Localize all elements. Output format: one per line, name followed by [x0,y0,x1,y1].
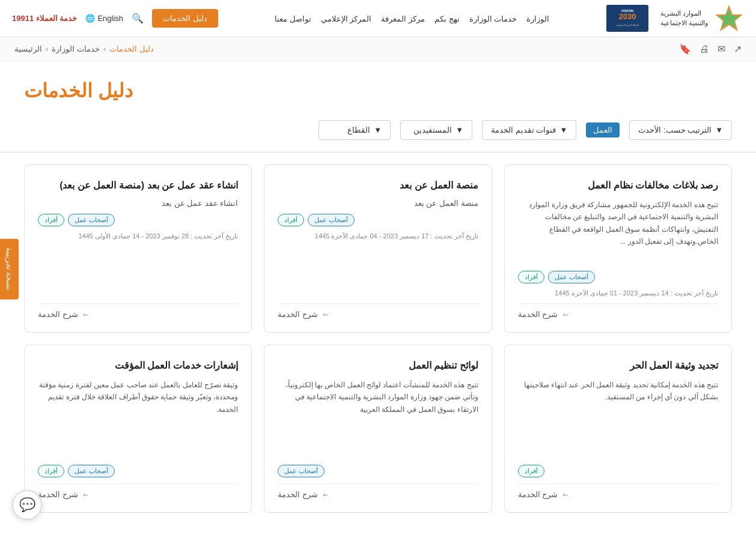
cards-section: رصد بلاغات مخالفات نظام العمل تتيح هذه ا… [0,153,756,537]
active-filter-tag[interactable]: العمل [586,122,620,138]
card-6-tags: أصحاب عمل أفراد [38,465,238,477]
card-3-tags: أصحاب عمل أفراد [38,214,238,226]
card-4: تجديد وثيقة العمل الحر تتيح هذه الخدمة إ… [504,345,732,513]
card-6-desc: وثيقة تصرّح للعامل بالعمل عند صاحب عمل م… [38,379,238,459]
breadcrumb-bar: ↗ ✉ 🖨 🔖 دليل الخدمات › خدمات الوزارة › ا… [0,37,756,61]
card-5-tags: أصحاب عمل [278,465,478,477]
arrow-left-icon-2: ← [322,310,329,319]
filters-row: ▼ الترتيب حسب: الأحدث العمل ▼ قنوات تقدي… [0,108,756,153]
chat-button[interactable]: 💬 [12,490,42,520]
services-guide-button[interactable]: دليل الخدمات [152,9,218,28]
beneficiaries-filter[interactable]: ▼ المستفيدين [400,120,472,140]
card-5-link[interactable]: ← شرح الخدمة [278,483,478,499]
card-6-tag-individuals[interactable]: أفراد [38,465,64,477]
header-controls: دليل الخدمات 🔍 English 🌐 خدمة العملاء 19… [12,9,218,28]
breadcrumb-sep1: › [46,44,48,53]
card-2: منصة العمل عن بعد منصة العمل عن بعد أصحا… [264,165,492,333]
channels-label: قنوات تقديم الخدمة [491,125,556,134]
card-2-date: تاريخ آخر تحديث : 17 ديسمبر 2023 - 04 جم… [278,232,478,240]
card-5-desc: تتيح هذه الخدمة للمنشآت اعتماد لوائح الع… [278,379,478,459]
card-6-title: إشعارات خدمات العمل المؤقت [38,358,238,373]
arrow-left-icon: ← [561,310,569,319]
card-3-date: تاريخ آخر تحديث : 28 نوفمبر 2023 - 14 جم… [38,232,238,240]
bookmark-icon[interactable]: 🔖 [679,43,691,55]
nav-ministry-services[interactable]: خدمات الوزارة [469,14,517,23]
card-4-tag-individuals[interactable]: أفراد [518,465,544,477]
chevron-down-icon-channels: ▼ [559,125,567,134]
nav-media[interactable]: المركز الإعلامي [321,14,372,23]
card-2-tag-employers[interactable]: أصحاب عمل [308,214,355,226]
card-2-tags: أصحاب عمل أفراد [278,214,478,226]
card-2-subtitle: منصة العمل عن بعد [278,199,478,208]
sort-filter[interactable]: ▼ الترتيب حسب: الأحدث [629,120,732,140]
header-right: الموارد البشرية والتنمية الاجتماعية VISI… [606,4,744,34]
toolbar-icons: ↗ ✉ 🖨 🔖 [679,43,742,55]
svg-text:2030: 2030 [618,12,636,21]
print-icon[interactable]: 🖨 [700,44,709,55]
card-5-title: لوائح تنظيم العمل [278,358,478,373]
globe-icon: 🌐 [85,14,95,23]
nav-approach[interactable]: نهج بكم [434,14,460,23]
card-1: رصد بلاغات مخالفات نظام العمل تتيح هذه ا… [504,165,732,333]
breadcrumb-sep2: › [103,44,106,53]
main-nav: الوزارة خدمات الوزارة نهج بكم مركز المعر… [275,14,549,23]
card-1-link[interactable]: ← شرح الخدمة [518,303,718,319]
nav-knowledge[interactable]: مركز المعرفة [381,14,425,23]
page-title-section: دليل الخدمات [0,61,756,108]
card-6-link[interactable]: ← شرح الخدمة [38,483,238,499]
language-button[interactable]: English 🌐 [85,14,123,23]
search-button[interactable]: 🔍 [132,13,144,24]
logo-area: الموارد البشرية والتنمية الاجتماعية [660,4,744,34]
cards-grid: رصد بلاغات مخالفات نظام العمل تتيح هذه ا… [24,165,732,513]
card-5-tag-employers[interactable]: أصحاب عمل [278,465,325,477]
header: الموارد البشرية والتنمية الاجتماعية VISI… [0,0,756,37]
nav-contact[interactable]: تواصل معنا [275,14,311,23]
card-6: إشعارات خدمات العمل المؤقت وثيقة تصرّح ل… [24,345,252,513]
card-2-title: منصة العمل عن بعد [278,178,478,193]
customer-service-number: خدمة العملاء 19911 [12,14,77,23]
card-5: لوائح تنظيم العمل تتيح هذه الخدمة للمنشآ… [264,345,492,513]
card-3: انشاء عقد عمل عن بعد (منصة العمل عن بعد)… [24,165,252,333]
ministry-logo-icon [714,4,744,34]
share-icon[interactable]: ↗ [734,43,742,55]
card-3-title: انشاء عقد عمل عن بعد (منصة العمل عن بعد) [38,178,238,193]
card-1-tag-individuals[interactable]: أفراد [518,271,544,283]
card-2-link[interactable]: ← شرح الخدمة [278,303,478,319]
card-4-desc: تتيح هذه الخدمة إمكانية تجديد وثيقة العم… [518,379,718,459]
arrow-left-icon-5: ← [322,490,329,499]
chevron-down-icon-sector: ▼ [374,125,382,134]
arrow-left-icon-3: ← [82,310,90,319]
arrow-left-icon-4: ← [561,490,569,499]
card-3-tag-individuals[interactable]: أفراد [38,214,64,226]
card-1-tags: أصحاب عمل أفراد [518,271,718,283]
chat-icon: 💬 [19,497,35,513]
arrow-left-icon-6: ← [82,490,90,499]
card-1-desc: تتيح هذه الخدمة الإلكترونية للجمهور مشار… [518,199,718,265]
channels-filter[interactable]: ▼ قنوات تقديم الخدمة [482,120,576,140]
breadcrumb: دليل الخدمات › خدمات الوزارة › الرئيسية [14,44,154,53]
card-1-tag-employers[interactable]: أصحاب عمل [548,271,595,283]
page-title: دليل الخدمات [24,79,732,102]
side-tab[interactable]: نسخة تجريبية [0,239,19,300]
ministry-name: الموارد البشرية والتنمية الاجتماعية [660,9,708,28]
breadcrumb-current: دليل الخدمات [109,44,154,53]
card-6-tag-employers[interactable]: أصحاب عمل [68,465,115,477]
card-1-date: تاريخ آخر تحديث : 14 ديسمبر 2023 - 01 جم… [518,289,718,297]
card-3-link[interactable]: ← شرح الخدمة [38,303,238,319]
sort-label: الترتيب حسب: الأحدث [638,125,712,134]
card-2-tag-individuals[interactable]: أفراد [278,214,304,226]
card-4-tags: أفراد [518,465,718,477]
svg-text:المملكة العربية السعودية: المملكة العربية السعودية [616,23,639,26]
nav-ministry[interactable]: الوزارة [526,14,549,23]
sector-label: القطاع [347,125,370,134]
card-3-subtitle: انشاء عقد عمل عن بعد [38,199,238,208]
chevron-down-icon-beneficiaries: ▼ [456,125,463,134]
card-4-link[interactable]: ← شرح الخدمة [518,483,718,499]
breadcrumb-home[interactable]: الرئيسية [14,44,42,53]
card-1-title: رصد بلاغات مخالفات نظام العمل [518,178,718,193]
card-4-title: تجديد وثيقة العمل الحر [518,358,718,373]
card-3-tag-employers[interactable]: أصحاب عمل [68,214,115,226]
sector-filter[interactable]: ▼ القطاع [319,120,391,140]
breadcrumb-ministry-services[interactable]: خدمات الوزارة [52,44,100,53]
email-icon[interactable]: ✉ [718,43,725,55]
